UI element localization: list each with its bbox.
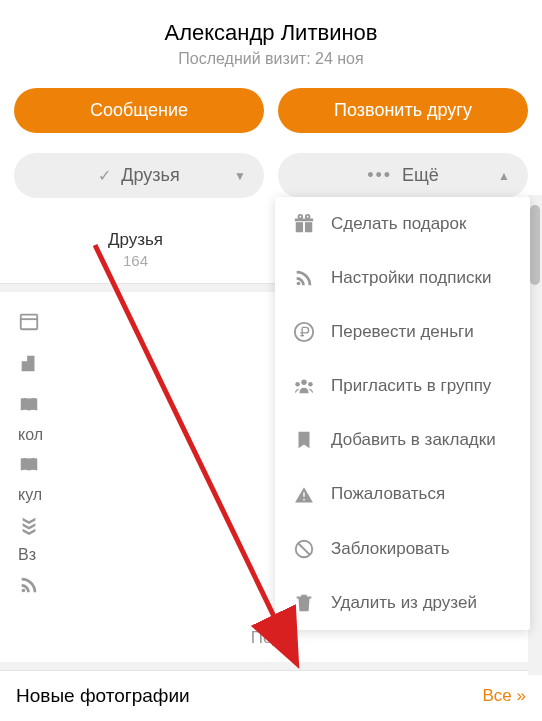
scrollbar[interactable] (528, 195, 542, 675)
call-friend-button[interactable]: Позвонить другу (278, 88, 528, 133)
block-icon (293, 538, 315, 560)
last-visit: Последний визит: 24 ноя (10, 50, 532, 68)
menu-report[interactable]: Пожаловаться (275, 467, 530, 521)
primary-actions: Сообщение Позвонить другу (0, 78, 542, 143)
profile-name: Александр Литвинов (10, 20, 532, 46)
svg-rect-0 (21, 315, 38, 330)
svg-point-6 (299, 215, 303, 219)
check-icon: ✓ (98, 166, 111, 185)
svg-point-7 (306, 215, 310, 219)
bookmark-icon (293, 429, 315, 451)
dots-icon: ••• (367, 165, 392, 186)
menu-subscription-settings[interactable]: Настройки подписки (275, 251, 530, 305)
svg-line-14 (299, 543, 310, 554)
svg-point-11 (295, 382, 300, 387)
content-gap (0, 662, 542, 670)
all-link[interactable]: Все » (483, 686, 526, 706)
svg-point-12 (308, 382, 313, 387)
photos-section-header: Новые фотографии Все » (0, 670, 542, 721)
svg-rect-5 (295, 219, 313, 222)
svg-rect-4 (305, 222, 312, 232)
friends-dropdown-button[interactable]: ✓ Друзья ▼ (14, 153, 264, 198)
calendar-icon (18, 310, 40, 332)
more-dropdown-button[interactable]: ••• Ещё ▲ (278, 153, 528, 198)
book-icon (18, 454, 40, 476)
scrollbar-thumb[interactable] (530, 205, 540, 285)
chevron-down-icon: ▼ (234, 169, 246, 183)
svg-rect-3 (296, 222, 303, 232)
book-icon (18, 394, 40, 416)
rss-icon (293, 267, 315, 289)
tab-friends[interactable]: Друзья 164 (0, 216, 271, 283)
menu-bookmark[interactable]: Добавить в закладки (275, 413, 530, 467)
profile-header: Александр Литвинов Последний визит: 24 н… (0, 0, 542, 78)
gift-icon (293, 213, 315, 235)
chevron-up-icon: ▲ (498, 169, 510, 183)
menu-block[interactable]: Заблокировать (275, 522, 530, 576)
menu-transfer-money[interactable]: Перевести деньги (275, 305, 530, 359)
trash-icon (293, 592, 315, 614)
ruble-icon (293, 321, 315, 343)
rank-icon (18, 514, 40, 536)
warning-icon (293, 484, 315, 506)
rss-icon (18, 574, 40, 596)
svg-point-8 (297, 282, 301, 286)
message-button[interactable]: Сообщение (14, 88, 264, 133)
svg-point-10 (301, 380, 307, 386)
building-icon (18, 352, 40, 374)
svg-point-2 (22, 589, 26, 593)
more-dropdown-menu: Сделать подарок Настройки подписки Перев… (275, 197, 530, 630)
more-label: Ещё (402, 165, 439, 186)
menu-gift[interactable]: Сделать подарок (275, 197, 530, 251)
svg-point-9 (295, 323, 313, 341)
menu-invite-group[interactable]: Пригласить в группу (275, 359, 530, 413)
group-icon (293, 375, 315, 397)
menu-unfriend[interactable]: Удалить из друзей (275, 576, 530, 630)
friends-label: Друзья (121, 165, 179, 186)
section-title: Новые фотографии (16, 685, 190, 707)
